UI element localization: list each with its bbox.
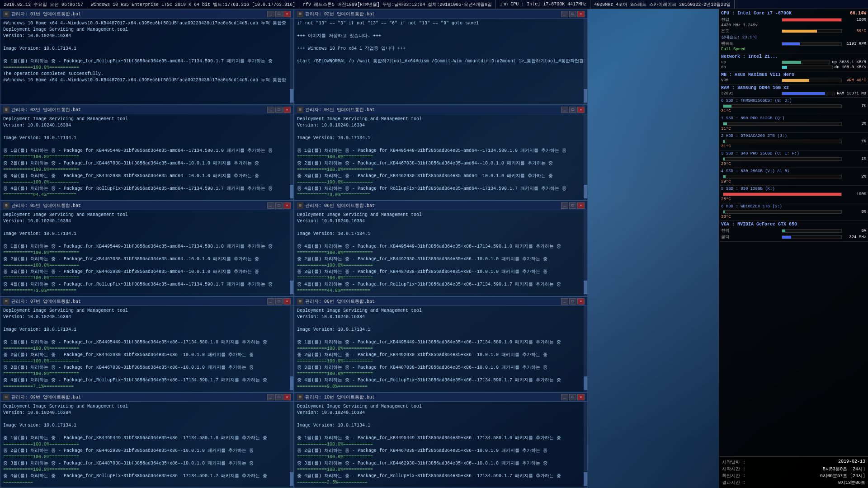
cmd-line: 중 1을(를) 처리하는 중 - Package_for_KB4495449-3… bbox=[297, 339, 585, 346]
hw-drive-section-1: 1 SSD : 850 PRO 512GB (Q:)3%31°C bbox=[719, 115, 868, 133]
scrollbar-thumb-6[interactable] bbox=[584, 281, 587, 294]
scrollbar-4[interactable] bbox=[584, 114, 587, 200]
scrollbar-thumb-9[interactable] bbox=[290, 472, 293, 486]
scrollbar-thumb-7[interactable] bbox=[290, 376, 293, 390]
cmd-window-2[interactable]: ⊞관리자: 02번 업데이트통합.bat_□✕if not "13" == "3… bbox=[294, 9, 588, 105]
scrollbar-8[interactable] bbox=[584, 306, 587, 392]
maximize-btn[interactable]: □ bbox=[275, 394, 283, 400]
cmd-line: Version: 10.0.10240.16384 bbox=[3, 410, 291, 416]
close-btn[interactable]: ✕ bbox=[577, 298, 585, 305]
cmd-title-text-5: 관리자: 05번 업데이트통합.bat bbox=[11, 202, 267, 209]
hw-vga-title: VGA : NVIDIA GeForce GTX 650 bbox=[721, 222, 866, 227]
cmd-line: Image Version: 10.0.17134.1 bbox=[3, 46, 291, 52]
scrollbar-thumb-5[interactable] bbox=[290, 281, 293, 294]
scrollbar-6[interactable] bbox=[584, 210, 587, 296]
cmd-icon-6: ⊞ bbox=[297, 202, 303, 209]
hw-drive-section-4: 4 SSD : 830 256GB (V:) A1 B12%29°C bbox=[719, 168, 868, 186]
cmd-window-4[interactable]: ⊞관리자: 04번 업데이트통합.bat_□✕Deployment Image … bbox=[294, 105, 588, 201]
hw-ram-section: RAM : Samsung DDR4 16G x2 32691 RAM 1307… bbox=[719, 84, 868, 98]
cmd-window-9[interactable]: ⊞관리자: 09번 업데이트통합.bat_□✕Deployment Image … bbox=[0, 392, 294, 488]
cmd-line: Deployment Image Servicing and Managemen… bbox=[297, 212, 585, 218]
cmd-line: ===========9.0%=========== bbox=[297, 384, 585, 390]
cmd-line: Deployment Image Servicing and Managemen… bbox=[297, 116, 585, 122]
cmd-line: #Windows 10 Home x64 4--Windows10.0-KB44… bbox=[3, 77, 291, 84]
maximize-btn[interactable]: □ bbox=[275, 202, 283, 209]
cmd-window-7[interactable]: ⊞관리자: 07번 업데이트통합.bat_□✕Deployment Image … bbox=[0, 296, 294, 392]
cmd-line: start /BELOWNORMAL /b /wait 통합하기tool_#x6… bbox=[297, 58, 585, 65]
close-btn[interactable]: ✕ bbox=[577, 107, 585, 113]
cmd-icon-7: ⊞ bbox=[3, 298, 9, 305]
cmd-title-text-2: 관리자: 02번 업데이트통합.bat bbox=[305, 11, 561, 17]
maximize-btn[interactable]: □ bbox=[275, 107, 283, 113]
minimize-btn[interactable]: _ bbox=[561, 298, 568, 305]
scrollbar-10[interactable] bbox=[584, 402, 587, 488]
scrollbar-2[interactable] bbox=[584, 19, 587, 104]
maximize-btn[interactable]: □ bbox=[275, 11, 283, 17]
minimize-btn[interactable]: _ bbox=[267, 107, 274, 113]
hw-vga-power-row: 전력 0A bbox=[721, 228, 866, 234]
cmd-titlebar-2: ⊞관리자: 02번 업데이트통합.bat_□✕ bbox=[294, 9, 587, 19]
close-btn[interactable]: ✕ bbox=[577, 394, 585, 400]
cmd-line: 중 2을(를) 처리하는 중 - Package_for_KB4492930-3… bbox=[297, 256, 585, 263]
close-btn[interactable]: ✕ bbox=[283, 202, 291, 209]
close-btn[interactable]: ✕ bbox=[577, 11, 585, 17]
hw-monitor-panel: CPU : Intel Core i7 -6700K 66.14W 전압 100… bbox=[719, 9, 868, 488]
close-btn[interactable]: ✕ bbox=[283, 394, 291, 400]
scrollbar-thumb-8[interactable] bbox=[584, 376, 587, 390]
maximize-btn[interactable]: □ bbox=[569, 202, 576, 209]
maximize-btn[interactable]: □ bbox=[569, 11, 576, 17]
cmd-window-1[interactable]: ⊞관리자: 01번 업데이트통합.bat_□✕#Windows 10 Home … bbox=[0, 9, 294, 105]
minimize-btn[interactable]: _ bbox=[561, 202, 568, 209]
cmd-line: ===========100.0%=========== bbox=[3, 454, 291, 460]
cmd-window-5[interactable]: ⊞관리자: 05번 업데이트통합.bat_□✕Deployment Image … bbox=[0, 201, 294, 296]
minimize-btn[interactable]: _ bbox=[561, 394, 568, 400]
cmd-window-10[interactable]: ⊞관리자: 10번 업데이트통합.bat_□✕Deployment Image … bbox=[294, 392, 588, 488]
maximize-btn[interactable]: □ bbox=[275, 298, 283, 305]
hw-ram-title: RAM : Samsung DDR4 16G x2 bbox=[721, 85, 866, 90]
scrollbar-thumb-3[interactable] bbox=[290, 185, 293, 198]
cmd-line: Image Version: 10.0.17134.1 bbox=[297, 327, 585, 333]
cmd-line: ===========100.0%=========== bbox=[3, 441, 291, 448]
cmd-window-6[interactable]: ⊞관리자: 06번 업데이트통합.bat_□✕Deployment Image … bbox=[294, 201, 588, 296]
maximize-btn[interactable]: □ bbox=[569, 107, 576, 113]
cmd-window-8[interactable]: ⊞관리자: 08번 업데이트통합.bat_□✕Deployment Image … bbox=[294, 296, 588, 392]
cmd-line: ===========100.0%=========== bbox=[3, 250, 291, 256]
scrollbar-1[interactable] bbox=[290, 19, 293, 104]
cmd-line: 중 1을(를) 처리하는 중 - Package_for_KB4495449-3… bbox=[3, 435, 291, 441]
cmd-line bbox=[297, 333, 585, 339]
cmd-line: ===========100.0%=========== bbox=[297, 371, 585, 377]
minimize-btn[interactable]: _ bbox=[561, 11, 568, 17]
hw-drive-label-5: 5 SSD : 830 128GB (K:) bbox=[721, 187, 866, 191]
scrollbar-7[interactable] bbox=[290, 306, 293, 392]
maximize-btn[interactable]: □ bbox=[569, 298, 576, 305]
close-btn[interactable]: ✕ bbox=[283, 107, 291, 113]
minimize-btn[interactable]: _ bbox=[267, 11, 274, 17]
cmd-line: Deployment Image Servicing and Managemen… bbox=[3, 212, 291, 218]
cmd-line: Version: 10.0.10240.16384 bbox=[297, 218, 585, 225]
scrollbar-3[interactable] bbox=[290, 114, 293, 200]
cmd-line bbox=[3, 237, 291, 244]
minimize-btn[interactable]: _ bbox=[267, 394, 274, 400]
cmd-line bbox=[3, 141, 291, 148]
cmd-line bbox=[297, 52, 585, 58]
scrollbar-9[interactable] bbox=[290, 402, 293, 488]
hw-drive-row-3: 1% bbox=[721, 157, 866, 161]
cmd-window-3[interactable]: ⊞관리자: 03번 업데이트통합.bat_□✕Deployment Image … bbox=[0, 105, 294, 201]
scrollbar-thumb-10[interactable] bbox=[584, 472, 587, 486]
minimize-btn[interactable]: _ bbox=[561, 107, 568, 113]
hw-drive-section-2: 2 HDD : DT01ACA200 2TB (J:)1%31°C bbox=[719, 133, 868, 150]
scrollbar-thumb-4[interactable] bbox=[584, 185, 587, 198]
minimize-btn[interactable]: _ bbox=[267, 202, 274, 209]
cmd-line: +++ 이미지를 저장하고 있습니다. +++ bbox=[297, 33, 585, 39]
minimize-btn[interactable]: _ bbox=[267, 298, 274, 305]
scrollbar-5[interactable] bbox=[290, 210, 293, 296]
close-btn[interactable]: ✕ bbox=[577, 202, 585, 209]
cmd-content-2: if not "13" == "3" if not "13" == "6" if… bbox=[294, 19, 587, 104]
scrollbar-thumb-1[interactable] bbox=[290, 89, 293, 103]
cmd-titlebar-7: ⊞관리자: 07번 업데이트통합.bat_□✕ bbox=[0, 297, 293, 306]
close-btn[interactable]: ✕ bbox=[283, 11, 291, 17]
hw-drive-label-3: 3 SSD : 840 PRO 256GB (C: E: F:) bbox=[721, 151, 866, 156]
close-btn[interactable]: ✕ bbox=[283, 298, 291, 305]
maximize-btn[interactable]: □ bbox=[569, 394, 576, 400]
scrollbar-thumb-2[interactable] bbox=[584, 89, 587, 103]
